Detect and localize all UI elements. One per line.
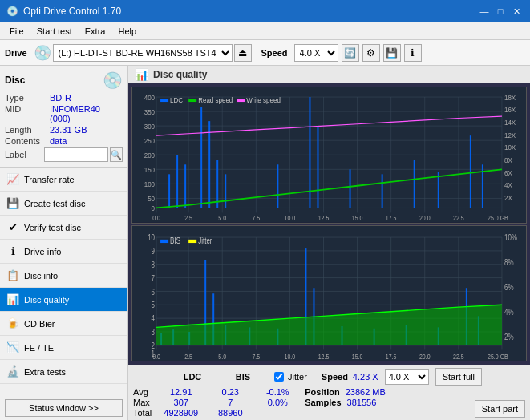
menu-help[interactable]: Help [111,25,143,38]
sidebar-label-transfer-rate: Transfer rate [24,175,75,184]
svg-rect-57 [277,164,278,208]
stats-speed-select[interactable]: 4.0 X 1.0 X 2.0 X [385,369,429,385]
save-button[interactable]: 💾 [383,44,401,62]
svg-rect-70 [237,99,245,102]
menu-extra[interactable]: Extra [79,25,112,38]
close-button[interactable]: ✕ [509,4,524,18]
svg-text:10X: 10X [504,143,516,152]
disc-quality-header-icon: 📊 [135,68,148,81]
speed-select[interactable]: 4.0 X 1.0 X 2.0 X 8.0 X Max [294,44,338,62]
disc-contents-row: Contents data [5,136,123,146]
avg-ldc: 12.91 [155,387,207,397]
maximize-button[interactable]: □ [493,4,508,18]
drive-selector-group: 💿 (L:) HL-DT-ST BD-RE WH16NS58 TST4 ⏏ [34,44,252,62]
disc-mid-value: INFOMER40 (000) [50,104,123,123]
app-icon: 💿 [6,6,18,17]
status-window-button[interactable]: Status window >> [5,399,123,417]
svg-text:22.5: 22.5 [453,351,464,361]
svg-text:4: 4 [152,313,156,323]
sidebar-item-create-test-disc[interactable]: 💾 Create test disc [0,192,127,216]
svg-text:25.0 GB: 25.0 GB [488,214,508,222]
disc-label-row: Label 🔍 [5,147,123,162]
svg-rect-136 [160,239,168,242]
stats-bis-col: 0.23 7 88960 [210,387,250,418]
info-button[interactable]: ℹ [404,44,422,62]
svg-text:0.0: 0.0 [152,351,160,361]
svg-rect-68 [188,99,196,102]
svg-text:0: 0 [152,204,156,212]
svg-rect-61 [382,174,383,208]
svg-text:250: 250 [144,136,155,145]
svg-text:5.0: 5.0 [218,214,226,222]
svg-text:20.0: 20.0 [419,214,431,222]
disc-type-row: Type BD-R [5,93,123,103]
svg-text:200: 200 [144,151,155,160]
svg-text:14X: 14X [504,118,516,127]
stats-bis-header: BIS [223,372,263,382]
sidebar-item-fe-te[interactable]: 📉 FE / TE [0,336,127,360]
disc-label-input[interactable] [44,147,108,162]
svg-text:7: 7 [152,273,155,283]
svg-rect-64 [470,135,471,208]
disc-length-value: 23.31 GB [50,125,123,135]
svg-rect-51 [176,155,178,208]
svg-text:10%: 10% [504,232,517,242]
svg-rect-52 [184,164,186,208]
start-full-button[interactable]: Start full [435,368,482,386]
svg-rect-63 [438,172,439,208]
drive-select[interactable]: (L:) HL-DT-ST BD-RE WH16NS58 TST4 [53,44,233,62]
max-jitter: 0.0% [253,398,301,407]
disc-label-browse-button[interactable]: 🔍 [110,147,123,162]
svg-rect-66 [160,99,168,102]
eject-button[interactable]: ⏏ [234,44,252,62]
svg-text:4%: 4% [504,306,514,317]
sidebar-item-drive-info[interactable]: ℹ Drive info [0,240,127,264]
bis-chart-svg: 10 9 8 7 6 5 4 3 2 1 10% 8% [132,226,526,361]
disc-title: Disc [5,75,25,86]
extra-tests-icon: 🔬 [6,365,19,378]
refresh-button[interactable]: 🔄 [342,44,359,62]
minimize-button[interactable]: — [477,4,492,18]
jitter-checkbox[interactable] [274,372,284,382]
start-part-button[interactable]: Start part [475,400,525,418]
sidebar-item-transfer-rate[interactable]: 📈 Transfer rate [0,168,127,192]
svg-text:17.5: 17.5 [386,214,397,222]
svg-text:18X: 18X [504,93,516,102]
create-test-disc-icon: 💾 [6,197,19,209]
transfer-rate-icon: 📈 [6,173,19,185]
svg-rect-138 [188,239,196,242]
disc-mid-row: MID INFOMER40 (000) [5,104,123,123]
sidebar-item-disc-quality[interactable]: 📊 Disc quality [0,288,127,312]
settings-button[interactable]: ⚙ [362,44,380,62]
sidebar-item-cd-bier[interactable]: 🍺 CD Bier [0,312,127,336]
svg-text:12X: 12X [504,131,516,139]
svg-text:100: 100 [144,180,155,188]
position-value: 23862 MB [346,387,386,397]
jitter-checkbox-group: Jitter [274,372,307,382]
drive-label: Drive [5,48,27,58]
sidebar-item-verify-test-disc[interactable]: ✔ Verify test disc [0,216,127,240]
svg-rect-53 [200,107,202,208]
menu-start-test[interactable]: Start test [30,25,79,38]
app-title: Opti Drive Control 1.70 [23,6,121,17]
drive-info-icon: ℹ [6,245,19,257]
main-content: Disc 💿 Type BD-R MID INFOMER40 (000) Len… [0,66,530,420]
svg-text:15.0: 15.0 [352,351,363,361]
sidebar-label-drive-info: Drive info [24,247,61,256]
total-bis: 88960 [210,408,250,418]
sidebar-item-extra-tests[interactable]: 🔬 Extra tests [0,360,127,384]
menu-file[interactable]: File [3,25,30,38]
charts-area: 400 350 300 250 200 150 100 50 0 18X 16X [128,83,530,365]
sidebar-label-extra-tests: Extra tests [24,367,66,377]
title-bar: 💿 Opti Drive Control 1.70 — □ ✕ [0,0,530,22]
svg-text:400: 400 [144,93,155,102]
nav-list: 📈 Transfer rate 💾 Create test disc ✔ Ver… [0,168,127,384]
menu-bar: File Start test Extra Help [0,22,530,40]
stats-ldc-header: LDC [165,372,220,382]
sidebar-label-disc-quality: Disc quality [24,295,69,305]
sidebar-item-disc-info[interactable]: 📋 Disc info [0,264,127,288]
disc-header: Disc 💿 [5,71,123,90]
sidebar-label-fe-te: FE / TE [24,343,54,353]
svg-rect-54 [208,121,210,208]
svg-text:22.5: 22.5 [453,214,464,222]
